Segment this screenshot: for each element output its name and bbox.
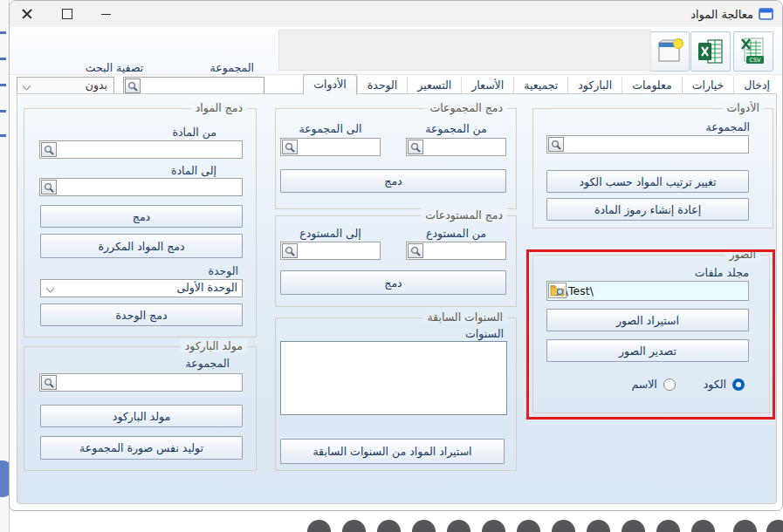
merge-warehouses-group: دمج المستودعات من المستودع إلى المستودع … [275, 215, 517, 307]
taskbar-icon[interactable] [517, 520, 540, 532]
taskbar-icon[interactable] [377, 520, 401, 532]
app-window: معالجة المواد CSV [9, 0, 783, 511]
tab-options[interactable]: خيارات [682, 77, 734, 93]
folder-path-input[interactable]: D:\Test\ [546, 281, 749, 301]
minimize-button[interactable] [95, 3, 116, 24]
search-icon[interactable] [408, 243, 423, 258]
taskbar-icon[interactable] [766, 520, 783, 532]
search-icon[interactable] [282, 140, 298, 154]
to-warehouse-label: إلى المستودع [280, 227, 381, 240]
maximize-button[interactable] [57, 3, 78, 24]
tab-aggregate[interactable]: تجميعية [513, 77, 567, 93]
barcode-generator-group: مولد الباركود المجموعة مولد الباركود تول… [24, 346, 257, 471]
search-icon[interactable] [548, 137, 564, 152]
from-group-search-input[interactable] [406, 138, 506, 156]
taskbar-icon[interactable] [587, 520, 610, 532]
browse-folder-button[interactable] [548, 283, 567, 298]
excel-icon [697, 38, 725, 65]
maximize-icon [62, 9, 72, 19]
to-group-search-input[interactable] [280, 138, 381, 156]
to-warehouse-search-input[interactable] [280, 242, 381, 260]
from-group-label: من المجموعة [406, 122, 506, 135]
merge-groups-button[interactable]: دمج [280, 169, 506, 193]
radio-code-label: الكود [704, 378, 726, 391]
barcode-generate-button[interactable]: مولد الباركود [40, 405, 243, 427]
taskbar-icon[interactable] [342, 520, 366, 532]
window-title: معالجة المواد [690, 8, 753, 21]
search-icon[interactable] [282, 243, 298, 258]
csv-label: CSV [749, 57, 761, 64]
to-material-label: إلى المادة [171, 164, 216, 177]
taskbar-icon[interactable] [691, 520, 715, 532]
search-icon[interactable] [41, 180, 57, 194]
import-from-previous-years-button[interactable]: استيراد المواد من السنوات السابقة [280, 439, 505, 464]
tools-group-search-input[interactable] [546, 135, 749, 153]
taskbar-icon[interactable] [412, 520, 436, 532]
search-icon[interactable] [41, 375, 57, 390]
barcode-group-search-input[interactable] [39, 373, 243, 392]
taskbar-icon[interactable] [733, 520, 757, 532]
tab-prices[interactable]: الأسعار [461, 77, 513, 93]
previous-years-group: السنوات السابقة السنوات استيراد المواد م… [275, 317, 517, 471]
search-icon[interactable] [408, 140, 423, 154]
barcode-generator-title: مولد الباركود [181, 339, 247, 352]
to-material-search-input[interactable] [39, 178, 243, 196]
tab-barcode[interactable]: الباركود [567, 77, 622, 93]
background-decoration [0, 31, 6, 34]
export-excel-button[interactable] [690, 31, 731, 72]
tab-tools-active[interactable]: الأدوات [303, 74, 356, 95]
chevron-down-icon [47, 285, 54, 292]
same-group-image-button[interactable]: توليد نفس صورة المجموعة [40, 436, 243, 460]
tools-group: الأدوات المجموعة تغيير ترتيب المواد حسب … [532, 108, 773, 228]
merge-warehouses-button[interactable]: دمج [280, 270, 506, 295]
barcode-group-label: المجموعة [186, 357, 230, 370]
reorder-materials-button[interactable]: تغيير ترتيب المواد حسب الكود [546, 170, 749, 193]
export-csv-button[interactable]: CSV [733, 31, 773, 72]
merge-duplicates-button[interactable]: دمج المواد المكررة [40, 234, 243, 258]
close-button[interactable] [17, 3, 38, 24]
tools-tab-page: الأدوات المجموعة تغيير ترتيب المواد حسب … [17, 93, 777, 504]
tab-pricing[interactable]: التسعير [407, 77, 461, 93]
filter-search-dropdown[interactable]: بدون [17, 77, 114, 95]
years-label: السنوات [465, 327, 504, 340]
files-folder-label: مجلد ملفات [695, 266, 749, 279]
search-icon[interactable] [125, 78, 141, 93]
taskbar-icon[interactable] [307, 520, 331, 532]
taskbar-icon[interactable] [482, 520, 505, 532]
screen: معالجة المواد CSV [0, 0, 783, 532]
titlebar: معالجة المواد [10, 1, 782, 27]
import-images-button[interactable]: استيراد الصور [546, 309, 749, 331]
taskbar-icon[interactable] [552, 520, 575, 532]
image-naming-radio-group: الكود الاسم [631, 378, 745, 391]
radio-code-selected[interactable] [732, 379, 745, 391]
from-warehouse-search-input[interactable] [406, 242, 506, 260]
merge-unit-button[interactable]: دمج الوحدة [40, 304, 243, 326]
images-group-title: الصور [725, 248, 760, 261]
taskbar-icon[interactable] [622, 520, 645, 532]
tab-unit[interactable]: الوحدة [357, 77, 408, 93]
open-form-button[interactable] [649, 31, 690, 72]
tab-input[interactable]: إدخال [733, 77, 780, 93]
excel-csv-icon: CSV [739, 37, 767, 66]
taskbar-icon[interactable] [447, 520, 470, 532]
toolbar: CSV المجموعة [10, 27, 782, 75]
previous-years-title: السنوات السابقة [422, 310, 507, 324]
from-material-search-input[interactable] [39, 140, 243, 159]
merge-materials-button[interactable]: دمج [40, 205, 243, 228]
taskbar-icon[interactable] [656, 520, 680, 532]
export-images-button[interactable]: تصدير الصور [546, 339, 749, 362]
folder-search-icon [550, 284, 565, 297]
tab-info[interactable]: معلومات [622, 77, 682, 93]
filter-search-value: بدون [86, 78, 107, 92]
years-listbox[interactable] [280, 341, 507, 415]
search-icon[interactable] [41, 142, 57, 157]
recreate-codes-button[interactable]: إعادة إنشاء رموز المادة [546, 198, 749, 221]
background-decoration [0, 58, 6, 60]
radio-name-unselected[interactable] [663, 379, 676, 391]
from-warehouse-label: من المستودع [406, 227, 506, 240]
toolbar-group-search-input[interactable] [123, 77, 264, 95]
tab-strip: إدخال خيارات معلومات الباركود تجميعية ال… [303, 74, 780, 94]
background-decoration [0, 84, 6, 86]
filter-search-label: تصفية البحث [75, 61, 154, 74]
unit-combobox[interactable]: الوحدة الأولى [40, 279, 243, 297]
